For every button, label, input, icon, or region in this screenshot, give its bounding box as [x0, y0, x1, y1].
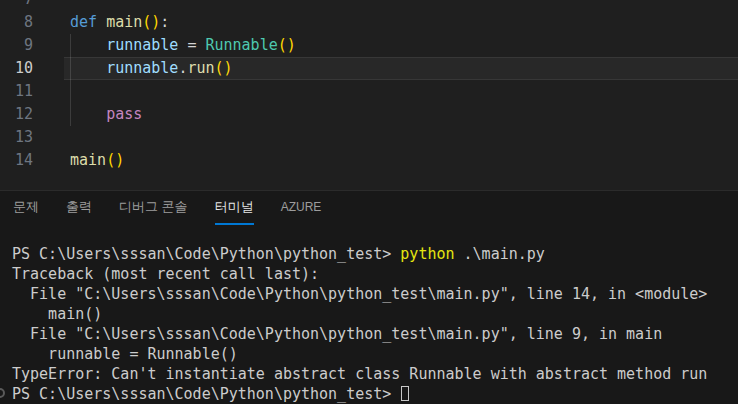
code-text — [33, 80, 70, 103]
line-number[interactable]: 10 — [0, 57, 33, 80]
bottom-panel: 문제출력디버그 콘솔터미널AZURE PS C:\Users\sssan\Cod… — [0, 190, 738, 404]
code-line-14[interactable]: 14main() — [0, 149, 738, 172]
line-number[interactable]: 9 — [0, 34, 33, 57]
code-text: main() — [33, 149, 124, 172]
panel-tab-bar: 문제출력디버그 콘솔터미널AZURE — [0, 191, 738, 225]
code-text — [33, 126, 70, 149]
line-number[interactable]: 11 — [0, 80, 33, 103]
line-number[interactable]: 7 — [0, 0, 33, 11]
panel-tab-2[interactable]: 디버그 콘솔 — [119, 191, 188, 225]
terminal-line: PS C:\Users\sssan\Code\Python\python_tes… — [12, 384, 738, 404]
code-line-9[interactable]: 9 runnable = Runnable() — [0, 34, 738, 57]
terminal-line: main() — [12, 304, 738, 324]
code-text: def main(): — [33, 11, 169, 34]
line-number[interactable]: 12 — [0, 103, 33, 126]
code-line-10[interactable]: 10 runnable.run() — [0, 57, 738, 80]
code-text: pass — [33, 103, 142, 126]
panel-tab-1[interactable]: 출력 — [66, 191, 92, 225]
terminal-line: runnable = Runnable() — [12, 344, 738, 364]
terminal-line: TypeError: Can't instantiate abstract cl… — [12, 364, 738, 384]
terminal-cursor — [401, 386, 409, 401]
panel-tab-3[interactable]: 터미널 — [215, 191, 254, 225]
terminal-output[interactable]: PS C:\Users\sssan\Code\Python\python_tes… — [0, 225, 738, 404]
code-editor[interactable]: 78def main():9 runnable = Runnable()10 r… — [0, 0, 738, 190]
terminal-line: File "C:\Users\sssan\Code\Python\python_… — [12, 324, 738, 344]
terminal-line: File "C:\Users\sssan\Code\Python\python_… — [12, 284, 738, 304]
terminal-line: Traceback (most recent call last): — [12, 264, 738, 284]
code-line-11[interactable]: 11 — [0, 80, 738, 103]
panel-tab-0[interactable]: 문제 — [13, 191, 39, 225]
code-line-12[interactable]: 12 pass — [0, 103, 738, 126]
code-line-13[interactable]: 13 — [0, 126, 738, 149]
code-line-7[interactable]: 7 — [0, 0, 738, 11]
panel-tab-4[interactable]: AZURE — [281, 191, 322, 225]
code-text — [33, 0, 70, 11]
code-lines: 78def main():9 runnable = Runnable()10 r… — [0, 0, 738, 172]
code-text: runnable.run() — [33, 57, 233, 80]
line-number[interactable]: 13 — [0, 126, 33, 149]
code-text: runnable = Runnable() — [33, 34, 296, 57]
terminal-line: PS C:\Users\sssan\Code\Python\python_tes… — [12, 244, 738, 264]
line-number[interactable]: 14 — [0, 149, 33, 172]
code-line-8[interactable]: 8def main(): — [0, 11, 738, 34]
line-number[interactable]: 8 — [0, 11, 33, 34]
